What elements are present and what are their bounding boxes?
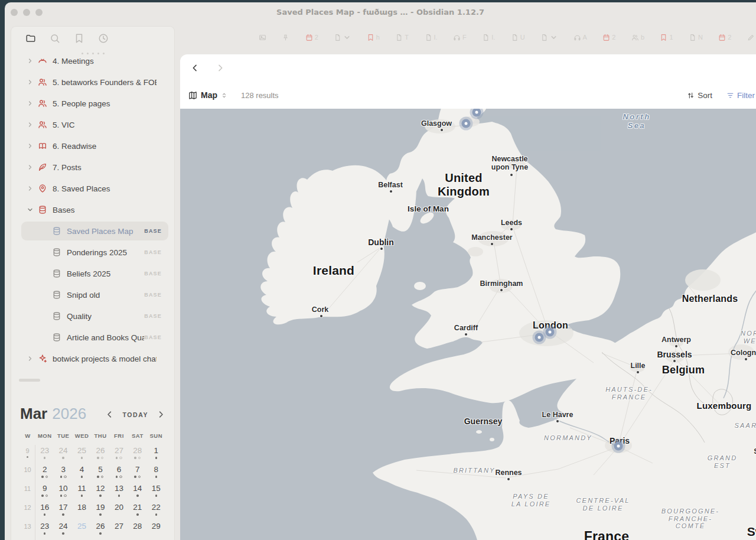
workspace-tab[interactable]: 2 [602,34,615,41]
tree-item-base-file[interactable]: Ponderings 2025BASE [11,242,174,263]
calendar-day[interactable]: 21 [128,502,146,521]
map-view[interactable]: North SeaGlasgowNewcastle upon TyneBelfa… [180,109,756,540]
tree-item-folder[interactable]: 6. Readwise [11,135,174,157]
tree-item-folder[interactable]: 5. People pages [11,93,174,114]
workspace-tab[interactable]: h [367,34,380,41]
calendar-day[interactable]: 27 [110,521,128,539]
pane-split-handle[interactable] [19,379,40,382]
calendar-week-number[interactable]: 13 [20,521,35,539]
calendar-day[interactable]: 7 [128,464,146,483]
chevron-right-icon[interactable] [27,164,34,171]
workspace-tab[interactable]: 2 [305,34,318,41]
calendar-day[interactable]: 13 [110,483,128,502]
calendar-day[interactable]: 26 [91,445,109,464]
calendar-day[interactable]: 23 [35,445,54,464]
calendar-day[interactable]: 23 [35,521,54,539]
forward-button[interactable] [216,63,225,73]
calendar-day[interactable]: 6 [110,464,128,483]
calendar-day[interactable]: 16 [35,502,54,521]
chevron-right-icon[interactable] [27,142,34,149]
view-selector[interactable]: Map [188,90,227,100]
workspace-tab[interactable]: I. [482,34,495,41]
tree-item-folder[interactable]: 7. Posts [11,157,174,178]
tree-item-folder[interactable]: 5. betaworks Founders & FOB's… [11,71,174,93]
workspace-tab[interactable]: b [631,34,644,41]
tree-item-base-file[interactable]: Beliefs 2025BASE [11,263,174,284]
calendar-day[interactable]: 3 [54,464,72,483]
saved-place-marker[interactable] [614,442,623,451]
tree-item-folder[interactable]: 8. Saved Places [11,178,174,199]
tree-item-folder[interactable]: 4. Meetings [11,50,174,71]
calendar-day[interactable]: 25 [73,521,91,539]
folder-icon[interactable] [25,33,36,44]
chevron-right-icon[interactable] [27,185,34,192]
workspace-tab[interactable]: N [689,34,703,41]
calendar-day[interactable]: 5 [91,464,109,483]
calendar-day[interactable]: 29 [147,521,165,539]
calendar-week-number[interactable]: 9 [20,445,35,464]
calendar-prev-button[interactable] [105,410,114,419]
calendar-week-number[interactable]: 11 [20,483,35,502]
calendar-day[interactable]: 17 [54,502,72,521]
workspace-tab[interactable]: A [573,34,587,41]
calendar-day[interactable]: 8 [147,464,165,483]
calendar-week-number[interactable]: 10 [20,464,35,483]
workspace-tab[interactable] [282,34,289,41]
saved-place-marker[interactable] [546,328,555,337]
calendar-day[interactable]: 24 [54,521,72,539]
tree-item-folder[interactable]: botwick projects & model chats [11,348,174,369]
calendar-day[interactable]: 11 [73,483,91,502]
chevron-right-icon[interactable] [27,355,34,362]
calendar-day[interactable]: 14 [128,483,146,502]
calendar-day[interactable]: 24 [54,445,72,464]
calendar-day[interactable]: 2 [35,464,54,483]
calendar-today-button[interactable]: TODAY [122,411,148,418]
calendar-day[interactable]: 20 [110,502,128,521]
calendar-day[interactable]: 9 [35,483,54,502]
calendar-day[interactable]: 28 [128,445,146,464]
tree-item-base-file[interactable]: Saved Places MapBASE [11,220,174,242]
bookmark-icon[interactable] [74,33,84,44]
calendar-day[interactable]: 10 [54,483,72,502]
calendar-day[interactable]: 25 [73,445,91,464]
workspace-tab[interactable]: F [453,34,467,41]
chevron-right-icon[interactable] [27,57,34,64]
clock-icon[interactable] [98,33,109,44]
tree-item-base-file[interactable]: Article and Books Qual…BASE [11,327,174,348]
tree-item-base-file[interactable]: QualityBASE [11,305,174,327]
workspace-tab[interactable]: U [511,34,525,41]
workspace-tab[interactable]: t [747,34,756,41]
tree-item-folder[interactable]: Bases [11,199,174,220]
calendar-day[interactable]: 26 [91,521,109,539]
chevron-right-icon[interactable] [27,121,34,128]
filter-button[interactable]: Filter [726,91,755,100]
workspace-tab[interactable]: T [395,34,409,41]
calendar-day[interactable]: 18 [73,502,91,521]
calendar-next-button[interactable] [157,410,165,419]
saved-place-marker[interactable] [462,119,471,128]
saved-place-marker[interactable] [535,333,544,342]
calendar-day[interactable]: 22 [147,502,165,521]
calendar-day[interactable]: 27 [110,445,128,464]
back-button[interactable] [190,63,200,73]
calendar-day[interactable]: 19 [91,502,109,521]
sort-button[interactable]: Sort [687,91,712,100]
chevron-right-icon[interactable] [27,100,34,107]
workspace-tab[interactable] [540,34,558,41]
tree-item-folder[interactable]: 5. VIC [11,114,174,135]
workspace-tab[interactable] [334,34,351,41]
calendar-day[interactable]: 12 [91,483,109,502]
workspace-tab[interactable]: 2 [718,34,731,41]
chevron-down-icon[interactable] [27,206,34,213]
calendar-day[interactable]: 4 [73,464,91,483]
tree-item-base-file[interactable]: Snipd oldBASE [11,284,174,305]
calendar-day[interactable]: 28 [128,521,146,539]
calendar-day[interactable]: 1 [147,445,165,464]
chevron-right-icon[interactable] [27,79,34,86]
titlebar[interactable]: Saved Places Map - fɯðɯgs … - Obsidian 1… [5,2,756,22]
workspace-tab[interactable] [259,34,266,41]
search-icon[interactable] [50,33,60,44]
workspace-tab[interactable]: I. [425,34,438,41]
workspace-tab[interactable]: 1 [660,34,673,41]
calendar-day[interactable]: 15 [147,483,165,502]
